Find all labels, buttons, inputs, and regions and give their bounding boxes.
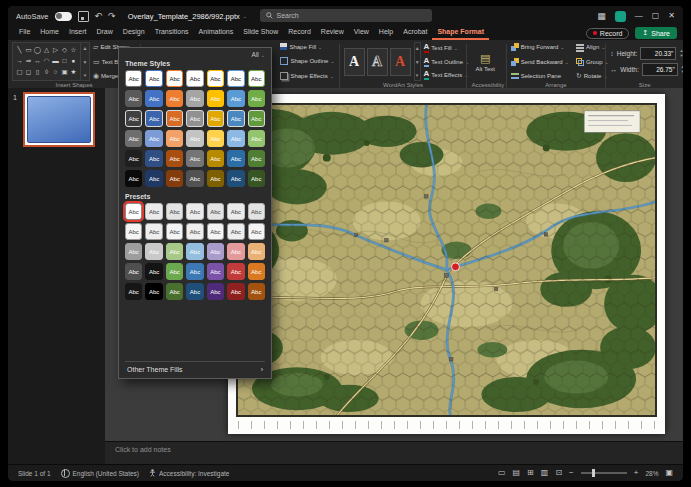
presets-swatch-r1-c6[interactable]: Abc: [248, 223, 265, 240]
presets-swatch-r2-c2[interactable]: Abc: [166, 243, 183, 260]
tab-view[interactable]: View: [349, 26, 374, 40]
theme-swatch-r0-c6[interactable]: Abc: [248, 70, 265, 87]
presets-swatch-r2-c3[interactable]: Abc: [186, 243, 203, 260]
presets-swatch-r0-c0[interactable]: Abc: [125, 203, 142, 220]
theme-swatch-r0-c0[interactable]: Abc: [125, 70, 142, 87]
theme-swatch-r4-c0[interactable]: Abc: [125, 150, 142, 167]
theme-swatch-r5-c3[interactable]: Abc: [186, 170, 203, 187]
presets-swatch-r2-c6[interactable]: Abc: [248, 243, 265, 260]
zoom-slider-thumb[interactable]: [592, 469, 595, 477]
autosave-toggle[interactable]: [55, 12, 72, 21]
tab-file[interactable]: File: [14, 26, 35, 40]
presets-swatch-r2-c5[interactable]: Abc: [227, 243, 244, 260]
presets-swatch-r2-c0[interactable]: Abc: [125, 243, 142, 260]
shape-icon-11[interactable]: ▬: [51, 55, 60, 66]
presets-swatch-r4-c5[interactable]: Abc: [227, 283, 244, 300]
theme-swatch-r1-c6[interactable]: Abc: [248, 90, 265, 107]
presets-swatch-r4-c3[interactable]: Abc: [186, 283, 203, 300]
presets-swatch-r3-c1[interactable]: Abc: [145, 263, 162, 280]
theme-swatch-r1-c2[interactable]: Abc: [166, 90, 183, 107]
height-stepper[interactable]: ▲▼: [679, 49, 683, 58]
reading-view-icon[interactable]: ▥: [541, 469, 549, 477]
theme-swatch-r3-c5[interactable]: Abc: [227, 130, 244, 147]
theme-swatch-r1-c4[interactable]: Abc: [207, 90, 224, 107]
rotate-button[interactable]: ↻ Rotate ⌄: [576, 72, 609, 80]
shape-icon-1[interactable]: ▭: [24, 44, 33, 55]
theme-swatch-r5-c0[interactable]: Abc: [125, 170, 142, 187]
text-fill-button[interactable]: A Text Fill ⌄: [424, 43, 470, 53]
presets-swatch-r2-c1[interactable]: Abc: [145, 243, 162, 260]
scroll-up-icon[interactable]: ▲: [83, 45, 88, 51]
presets-swatch-r4-c6[interactable]: Abc: [248, 283, 265, 300]
theme-swatch-r0-c1[interactable]: Abc: [145, 70, 162, 87]
tab-design[interactable]: Design: [118, 26, 150, 40]
send-backward-button[interactable]: Send Backward ⌄: [511, 58, 569, 66]
theme-swatch-r4-c5[interactable]: Abc: [227, 150, 244, 167]
tab-acrobat[interactable]: Acrobat: [398, 26, 432, 40]
theme-swatch-r4-c3[interactable]: Abc: [186, 150, 203, 167]
presets-swatch-r1-c0[interactable]: Abc: [125, 223, 142, 240]
wordart-gallery-scrollbar[interactable]: ▲ ▼ ▾: [414, 42, 421, 81]
shape-icon-7[interactable]: →: [15, 55, 24, 66]
shape-icon-19[interactable]: ▣: [60, 66, 69, 77]
redo-icon[interactable]: ↷: [108, 12, 116, 21]
presets-swatch-r0-c2[interactable]: Abc: [166, 203, 183, 220]
presets-swatch-r0-c3[interactable]: Abc: [186, 203, 203, 220]
presets-swatch-r4-c1[interactable]: Abc: [145, 283, 162, 300]
theme-swatch-r4-c6[interactable]: Abc: [248, 150, 265, 167]
selection-pane-button[interactable]: Selection Pane: [511, 72, 569, 80]
theme-swatch-r0-c3[interactable]: Abc: [186, 70, 203, 87]
shape-icon-9[interactable]: ↔: [33, 55, 42, 66]
tab-draw[interactable]: Draw: [91, 26, 117, 40]
text-outline-button[interactable]: A Text Outline ⌄: [424, 57, 470, 67]
theme-swatch-r3-c4[interactable]: Abc: [207, 130, 224, 147]
wordart-gallery[interactable]: A A A: [344, 42, 411, 81]
document-title[interactable]: Overlay_Template_2986/992.pptx ⌄: [128, 12, 247, 21]
slideshow-view-icon[interactable]: ⊡: [555, 469, 562, 477]
undo-icon[interactable]: ↶: [95, 12, 103, 21]
theme-swatch-r2-c6[interactable]: Abc: [248, 110, 265, 127]
zoom-out-button[interactable]: −: [569, 469, 574, 477]
presets-swatch-r3-c3[interactable]: Abc: [186, 263, 203, 280]
shape-icon-17[interactable]: ◊: [42, 66, 51, 77]
presets-swatch-r1-c5[interactable]: Abc: [227, 223, 244, 240]
theme-swatch-r4-c2[interactable]: Abc: [166, 150, 183, 167]
align-button[interactable]: Align ⌄: [576, 43, 609, 51]
bring-forward-button[interactable]: Bring Forward ⌄: [511, 43, 569, 51]
theme-swatch-r3-c0[interactable]: Abc: [125, 130, 142, 147]
slide-1[interactable]: [228, 94, 665, 434]
record-button[interactable]: Record: [586, 28, 630, 39]
theme-swatch-r2-c2[interactable]: Abc: [166, 110, 183, 127]
normal-view-icon[interactable]: ▤: [513, 469, 521, 477]
minimize-button[interactable]: —: [635, 12, 643, 20]
tab-insert[interactable]: Insert: [64, 26, 92, 40]
shape-icon-6[interactable]: ☆: [69, 44, 78, 55]
shape-icon-4[interactable]: ▷: [51, 44, 60, 55]
theme-swatch-r5-c5[interactable]: Abc: [227, 170, 244, 187]
wordart-style-plain[interactable]: A: [344, 48, 365, 76]
shape-icon-20[interactable]: ★: [69, 66, 78, 77]
shape-icon-8[interactable]: ⇒: [24, 55, 33, 66]
shape-icon-15[interactable]: ◻: [24, 66, 33, 77]
theme-swatch-r5-c1[interactable]: Abc: [145, 170, 162, 187]
shape-icon-10[interactable]: ◠: [42, 55, 51, 66]
presets-swatch-r1-c1[interactable]: Abc: [145, 223, 162, 240]
theme-swatch-r1-c3[interactable]: Abc: [186, 90, 203, 107]
wordart-style-outline[interactable]: A: [367, 48, 388, 76]
gallery-more-icon[interactable]: ▾: [84, 72, 87, 78]
theme-swatch-r1-c1[interactable]: Abc: [145, 90, 162, 107]
presets-swatch-r0-c5[interactable]: Abc: [227, 203, 244, 220]
scroll-down-icon[interactable]: ▼: [415, 59, 420, 65]
zoom-in-button[interactable]: +: [634, 469, 639, 477]
presets-swatch-r4-c0[interactable]: Abc: [125, 283, 142, 300]
zoom-slider[interactable]: [581, 472, 627, 474]
tab-transitions[interactable]: Transitions: [150, 26, 194, 40]
presets-swatch-r4-c4[interactable]: Abc: [207, 283, 224, 300]
theme-swatch-r2-c0[interactable]: Abc: [125, 110, 142, 127]
zoom-level[interactable]: 28%: [645, 470, 658, 477]
presets-swatch-r3-c0[interactable]: Abc: [125, 263, 142, 280]
presets-swatch-r3-c2[interactable]: Abc: [166, 263, 183, 280]
theme-swatch-r2-c1[interactable]: Abc: [145, 110, 162, 127]
tab-record[interactable]: Record: [283, 26, 316, 40]
shape-fill-button[interactable]: Shape Fill ⌄: [280, 43, 334, 50]
